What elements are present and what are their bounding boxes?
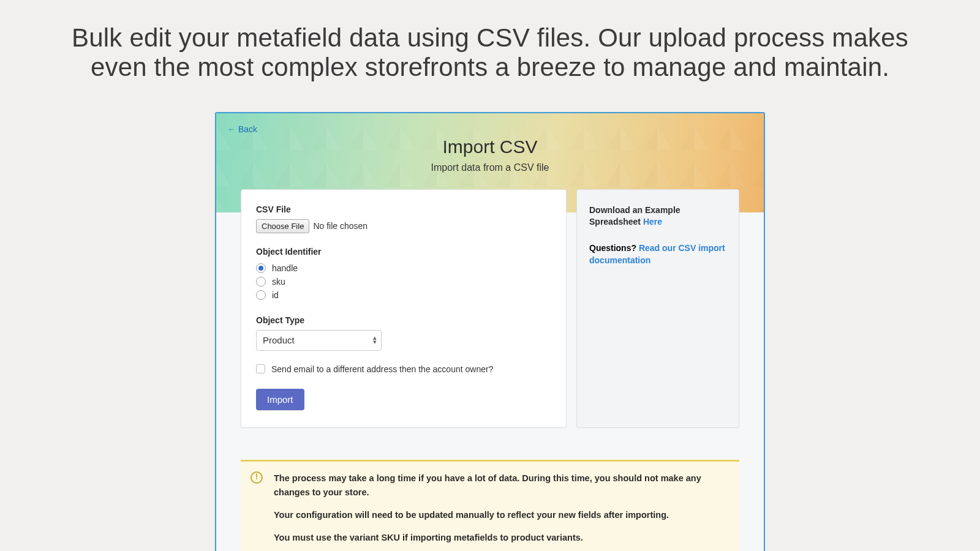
radio-label: handle	[272, 263, 298, 273]
radio-sku[interactable]: sku	[256, 275, 551, 288]
radio-label: sku	[272, 277, 285, 287]
object-type-label: Object Type	[256, 315, 551, 325]
questions-lead: Questions?	[589, 243, 639, 253]
radio-circle-icon	[256, 277, 266, 287]
object-identifier-group: handle sku id	[256, 261, 551, 302]
object-identifier-label: Object Identifier	[256, 247, 551, 257]
import-form-card: CSV File Choose File No file chosen Obje…	[241, 189, 567, 428]
content-row: CSV File Choose File No file chosen Obje…	[216, 189, 764, 445]
marketing-heading: Bulk edit your metafield data using CSV …	[0, 0, 980, 94]
file-chosen-status: No file chosen	[313, 221, 368, 231]
warning-line-2: Your configuration will need to be updat…	[274, 508, 727, 522]
checkbox-icon	[256, 364, 265, 373]
radio-circle-icon	[256, 290, 266, 300]
radio-label: id	[272, 290, 279, 300]
select-value: Product	[263, 335, 295, 345]
email-checkbox-row[interactable]: Send email to a different address then t…	[256, 364, 551, 374]
radio-id[interactable]: id	[256, 288, 551, 302]
help-sidebar-card: Download an Example Spreadsheet Here Que…	[576, 189, 739, 428]
csv-file-label: CSV File	[256, 204, 551, 214]
back-link[interactable]: ← Back	[227, 124, 257, 134]
file-input-row: Choose File No file chosen	[256, 219, 551, 233]
choose-file-button[interactable]: Choose File	[256, 219, 309, 233]
page-title: Import CSV	[216, 137, 764, 157]
page-subtitle: Import data from a CSV file	[216, 162, 764, 173]
example-download-line: Download an Example Spreadsheet Here	[589, 204, 726, 228]
import-button[interactable]: Import	[256, 389, 304, 410]
object-type-select-wrap: Product ▴▾	[256, 330, 382, 351]
radio-dot-icon	[258, 266, 263, 271]
radio-circle-icon	[256, 263, 266, 273]
example-text: Download an Example Spreadsheet	[589, 205, 680, 227]
example-download-link[interactable]: Here	[643, 217, 662, 227]
checkbox-label: Send email to a different address then t…	[271, 364, 493, 374]
object-type-select[interactable]: Product	[256, 330, 382, 351]
app-frame: ← Back Import CSV Import data from a CSV…	[215, 112, 765, 551]
warning-banner: ! The process may take a long time if yo…	[241, 460, 739, 551]
warning-line-1: The process may take a long time if you …	[274, 471, 727, 500]
warning-line-3: You must use the variant SKU if importin…	[274, 531, 727, 545]
questions-line: Questions? Read our CSV import documenta…	[589, 242, 726, 267]
warning-icon: !	[251, 471, 263, 484]
radio-handle[interactable]: handle	[256, 261, 551, 275]
